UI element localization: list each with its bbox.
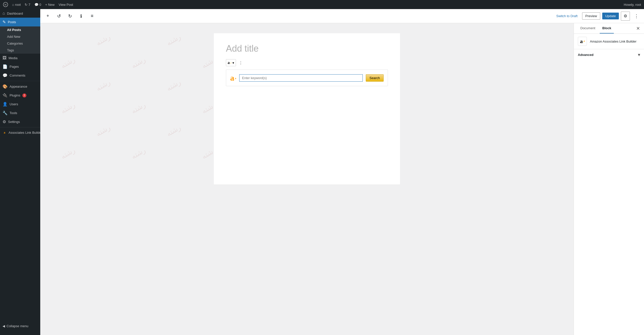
view-post-link[interactable]: View Post	[59, 3, 73, 7]
undo-icon: ↺	[57, 13, 61, 19]
howdy-label: Howdy, root	[624, 3, 641, 7]
info-button[interactable]: ℹ	[76, 12, 86, 21]
editor-canvas[interactable]: رشته رشته رشته رشته رشته رشته رشته رشته …	[40, 23, 574, 335]
editor-wrapper: رشته رشته رشته رشته رشته رشته رشته رشته …	[40, 23, 644, 335]
amazon-search-block: a↗ Search	[226, 70, 388, 86]
sidebar-item-label: Dashboard	[7, 12, 23, 15]
sidebar-item-label: Plugins	[10, 93, 20, 97]
revisions-link[interactable]: ↻ 7	[25, 3, 30, 7]
users-icon: 👤	[3, 102, 8, 107]
main-area: + ↺ ↻ ℹ ≡ Switch to Draft Preview Update…	[40, 9, 644, 335]
settings-gear-icon: ⚙	[624, 14, 627, 18]
new-label: + New	[45, 3, 55, 7]
more-options-button[interactable]: ⋮	[632, 12, 641, 21]
sidebar-item-label: Users	[10, 102, 18, 106]
editor-inner: Add title a ↙ ▾ ⋮	[214, 33, 400, 184]
media-icon: 🖼	[3, 56, 7, 60]
svg-text:W: W	[4, 3, 7, 6]
block-dropdown-icon: ▾	[232, 61, 234, 65]
revisions-count: 7	[28, 3, 30, 7]
submenu-all-posts[interactable]: All Posts	[0, 26, 40, 33]
add-block-button[interactable]: +	[43, 12, 52, 21]
sidebar: ⌂ Dashboard ✎ Posts All Posts Add New Ca…	[0, 9, 40, 335]
switch-to-draft-button[interactable]: Switch to Draft	[554, 13, 580, 19]
sidebar-item-comments[interactable]: 💬 Comments	[0, 71, 40, 80]
amazon-keyword-input[interactable]	[239, 74, 363, 82]
home-icon: ⌂	[12, 3, 14, 7]
block-more-icon: ⋮	[239, 60, 243, 65]
associates-icon: a	[3, 130, 7, 135]
posts-submenu: All Posts Add New Categories Tags	[0, 26, 40, 54]
sidebar-item-label: Media	[9, 56, 17, 60]
collapse-menu-button[interactable]: ◀ Collapse menu	[0, 322, 40, 330]
block-name-label: Amazon Associates Link Builder	[590, 40, 636, 43]
wp-logo-icon: W	[3, 2, 8, 7]
tab-document[interactable]: Document	[578, 23, 598, 34]
sidebar-item-label: Pages	[10, 65, 19, 69]
sidebar-item-label: Appearance	[10, 85, 27, 88]
advanced-label: Advanced	[578, 53, 593, 57]
appearance-icon: 🎨	[3, 84, 8, 89]
sidebar-item-dashboard[interactable]: ⌂ Dashboard	[0, 9, 40, 18]
comments-sidebar-icon: 💬	[3, 73, 8, 78]
sidebar-item-label: Settings	[8, 120, 20, 124]
advanced-header[interactable]: Advanced ▾	[578, 52, 640, 57]
redo-button[interactable]: ↻	[65, 12, 74, 21]
sidebar-item-pages[interactable]: 📄 Pages	[0, 62, 40, 71]
amazon-block-icon: a	[228, 60, 230, 65]
sidebar-divider-2	[0, 127, 40, 127]
sidebar-item-label: Comments	[10, 74, 25, 77]
wp-logo-link[interactable]: W	[3, 2, 8, 7]
editor-topbar: + ↺ ↻ ℹ ≡ Switch to Draft Preview Update…	[40, 9, 644, 23]
admin-bar: W ⌂ root ↻ 7 💬 0 + New View Post Howdy, …	[0, 0, 644, 9]
sidebar-item-plugins[interactable]: 🔌 Plugins 3	[0, 91, 40, 100]
sidebar-item-posts[interactable]: ✎ Posts	[0, 18, 40, 26]
block-toolbar: a ↙ ▾ ⋮	[226, 59, 388, 66]
revisions-icon: ↻	[25, 3, 27, 7]
settings-icon: ⚙	[3, 119, 6, 124]
block-type-button[interactable]: a ↙ ▾	[226, 59, 236, 66]
redo-icon: ↻	[68, 13, 72, 19]
settings-button[interactable]: ⚙	[621, 12, 630, 21]
comments-link[interactable]: 💬 0	[34, 3, 41, 7]
submenu-categories[interactable]: Categories	[0, 40, 40, 47]
plugins-badge: 3	[22, 93, 26, 97]
site-name-label: root	[15, 3, 21, 7]
list-view-button[interactable]: ≡	[88, 12, 97, 21]
sidebar-divider	[0, 81, 40, 81]
collapse-icon: ◀	[3, 324, 5, 328]
sidebar-item-settings[interactable]: ⚙ Settings	[0, 117, 40, 126]
sidebar-item-appearance[interactable]: 🎨 Appearance	[0, 82, 40, 91]
panel-close-button[interactable]: ✕	[636, 23, 640, 34]
posts-icon: ✎	[3, 20, 6, 24]
amazon-logo: a↗	[230, 74, 236, 82]
update-button[interactable]: Update	[602, 13, 619, 19]
tools-icon: 🔧	[3, 111, 8, 115]
amazon-search-button[interactable]: Search	[366, 74, 384, 82]
block-info-section: a↗ Amazon Associates Link Builder	[574, 34, 644, 49]
pages-icon: 📄	[3, 64, 8, 69]
sidebar-item-media[interactable]: 🖼 Media	[0, 54, 40, 62]
advanced-section: Advanced ▾	[574, 49, 644, 60]
add-icon: +	[47, 13, 49, 19]
dashboard-icon: ⌂	[3, 11, 5, 16]
undo-button[interactable]: ↺	[54, 12, 63, 21]
sidebar-item-associates[interactable]: a Associates Link Builder	[0, 128, 40, 137]
right-panel: Document Block ✕ a↗ Amazon Associates Li…	[574, 23, 644, 335]
panel-tabs: Document Block ✕	[574, 23, 644, 34]
submenu-add-new[interactable]: Add New	[0, 33, 40, 40]
comments-count: 0	[39, 3, 41, 7]
site-name-link[interactable]: ⌂ root	[12, 3, 21, 7]
sidebar-item-users[interactable]: 👤 Users	[0, 100, 40, 109]
block-icon: a↗	[578, 37, 587, 46]
tab-block[interactable]: Block	[600, 23, 614, 34]
submenu-tags[interactable]: Tags	[0, 47, 40, 54]
sidebar-item-tools[interactable]: 🔧 Tools	[0, 109, 40, 117]
view-post-label: View Post	[59, 3, 73, 7]
new-content-link[interactable]: + New	[45, 3, 55, 7]
preview-button[interactable]: Preview	[582, 12, 600, 20]
info-icon: ℹ	[80, 13, 82, 19]
block-more-button[interactable]: ⋮	[237, 59, 245, 66]
post-title-input[interactable]: Add title	[226, 43, 388, 54]
sidebar-item-label: Posts	[8, 20, 16, 24]
